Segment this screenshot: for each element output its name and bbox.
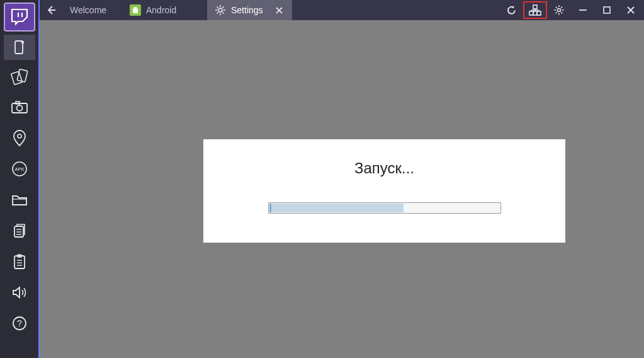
tab-label: Android bbox=[146, 5, 176, 15]
svg-rect-4 bbox=[11, 71, 22, 84]
tab-label: Settings bbox=[231, 5, 263, 15]
tab-settings[interactable]: Settings bbox=[207, 0, 292, 20]
svg-point-25 bbox=[218, 8, 222, 12]
sidebar-volume[interactable] bbox=[4, 278, 35, 307]
close-icon bbox=[626, 6, 635, 14]
tab-bar: Welcome Android Settings bbox=[40, 0, 644, 20]
svg-line-52 bbox=[561, 7, 562, 8]
settings-tab-icon bbox=[215, 4, 226, 16]
svg-rect-36 bbox=[533, 5, 537, 9]
maximize-icon bbox=[602, 6, 611, 14]
tab-label: Welcome bbox=[70, 5, 106, 15]
multi-instance-icon bbox=[529, 4, 541, 16]
svg-point-3 bbox=[21, 41, 23, 43]
svg-line-30 bbox=[217, 7, 218, 8]
svg-rect-38 bbox=[533, 11, 537, 15]
emulator-icon bbox=[11, 39, 28, 55]
progress-edge bbox=[269, 204, 271, 212]
main-column: Welcome Android Settings bbox=[40, 0, 644, 358]
tab-welcome[interactable]: Welcome bbox=[62, 0, 122, 20]
progress-bar bbox=[268, 202, 501, 214]
folder-icon bbox=[11, 193, 28, 207]
svg-rect-5 bbox=[17, 69, 28, 83]
tab-close-button[interactable] bbox=[274, 5, 284, 15]
sidebar-paste[interactable] bbox=[4, 247, 35, 276]
svg-point-44 bbox=[558, 9, 561, 12]
svg-point-9 bbox=[18, 134, 21, 138]
close-icon bbox=[276, 7, 283, 14]
sidebar: APK bbox=[0, 0, 40, 358]
svg-rect-8 bbox=[16, 101, 20, 104]
titlebar-actions bbox=[499, 0, 644, 20]
svg-point-7 bbox=[16, 105, 22, 111]
android-icon bbox=[130, 4, 141, 16]
twitch-logo[interactable] bbox=[4, 3, 35, 32]
tabbar-spacer bbox=[292, 0, 499, 20]
sidebar-folder[interactable] bbox=[4, 185, 35, 214]
svg-point-23 bbox=[133, 8, 135, 9]
content-area: Запуск... bbox=[40, 20, 644, 358]
back-button[interactable] bbox=[40, 0, 62, 20]
volume-icon bbox=[11, 286, 28, 299]
settings-button[interactable] bbox=[547, 0, 571, 20]
paste-icon bbox=[12, 253, 27, 270]
minimize-button[interactable] bbox=[571, 0, 595, 20]
svg-text:?: ? bbox=[17, 318, 22, 328]
camera-icon bbox=[11, 100, 28, 114]
sidebar-camera[interactable] bbox=[4, 93, 35, 122]
multi-instance-button[interactable] bbox=[523, 1, 547, 19]
help-icon: ? bbox=[11, 315, 28, 332]
loading-dialog: Запуск... bbox=[203, 139, 565, 243]
dialog-title: Запуск... bbox=[354, 159, 414, 177]
apk-icon: APK bbox=[11, 160, 28, 178]
sidebar-location[interactable] bbox=[4, 124, 35, 153]
svg-line-49 bbox=[556, 7, 557, 8]
svg-line-50 bbox=[561, 12, 562, 13]
sidebar-copy[interactable] bbox=[4, 216, 35, 245]
svg-rect-37 bbox=[529, 11, 533, 15]
svg-line-31 bbox=[222, 12, 223, 13]
svg-line-51 bbox=[556, 12, 557, 13]
svg-line-33 bbox=[222, 7, 223, 8]
tab-android[interactable]: Android bbox=[122, 0, 207, 20]
close-window-button[interactable] bbox=[619, 0, 643, 20]
location-icon bbox=[12, 129, 27, 147]
reload-icon bbox=[506, 5, 517, 16]
maximize-button[interactable] bbox=[595, 0, 619, 20]
svg-rect-16 bbox=[14, 256, 25, 268]
svg-line-32 bbox=[217, 12, 218, 13]
back-arrow-icon bbox=[46, 5, 56, 15]
svg-rect-54 bbox=[604, 7, 610, 13]
sidebar-apk[interactable]: APK bbox=[4, 154, 35, 183]
progress-fill bbox=[269, 204, 404, 212]
reload-button[interactable] bbox=[499, 0, 523, 20]
svg-text:APK: APK bbox=[14, 166, 24, 172]
minimize-icon bbox=[579, 6, 587, 14]
rotate-icon bbox=[10, 67, 29, 85]
sidebar-help[interactable]: ? bbox=[4, 309, 35, 338]
svg-rect-39 bbox=[537, 11, 541, 15]
svg-point-24 bbox=[136, 8, 137, 9]
copy-icon bbox=[12, 222, 27, 239]
gear-icon bbox=[554, 5, 564, 15]
sidebar-rotate[interactable] bbox=[4, 62, 35, 91]
twitch-icon bbox=[9, 8, 30, 26]
sidebar-emulator[interactable] bbox=[4, 35, 35, 60]
